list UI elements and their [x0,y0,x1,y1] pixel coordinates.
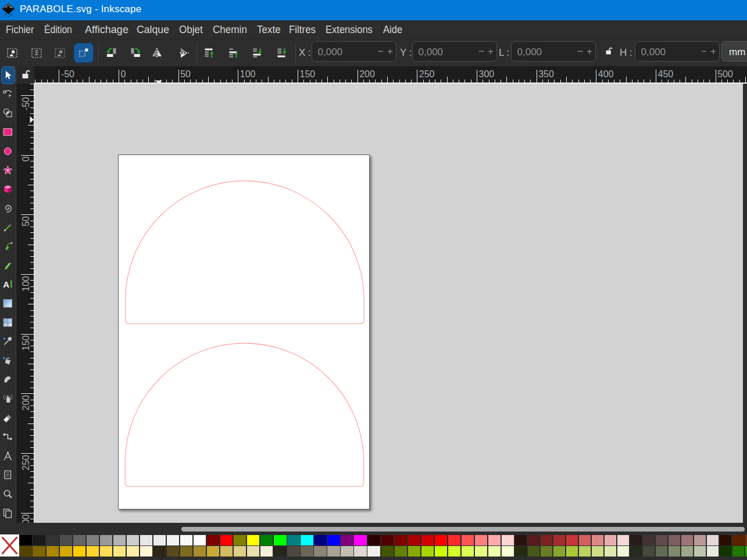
svg-text:A: A [3,279,9,289]
